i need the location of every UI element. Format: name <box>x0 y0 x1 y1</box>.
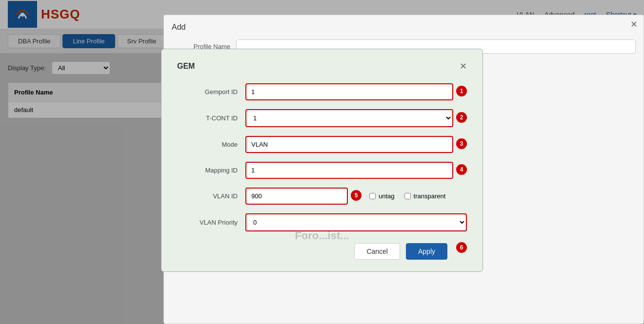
vlan-id-row: VLAN ID 5 untag transparent <box>177 188 467 205</box>
gem-footer: Cancel Apply 6 <box>177 243 467 260</box>
vlan-priority-label: VLAN Priority <box>177 219 245 226</box>
gem-dialog-title: GEM <box>177 62 195 71</box>
mode-row: Mode 3 <box>177 136 467 153</box>
tcont-id-row: T-CONT ID 1 2 <box>177 109 467 127</box>
step-5-badge: 5 <box>351 190 362 201</box>
gem-dialog-header: GEM ✕ <box>177 61 467 72</box>
step-2-badge: 2 <box>456 112 467 123</box>
untag-checkbox[interactable] <box>369 193 376 199</box>
mode-input[interactable] <box>245 136 453 153</box>
gem-dialog: GEM ✕ Gemport ID 1 T-CONT ID 1 2 Mode 3 … <box>161 49 483 272</box>
add-dialog-close-icon[interactable]: ✕ <box>630 19 638 30</box>
gemport-id-row: Gemport ID 1 <box>177 83 467 100</box>
transparent-label: transparent <box>414 192 446 200</box>
add-dialog-title: Add <box>172 23 636 32</box>
mapping-id-label: Mapping ID <box>177 167 245 174</box>
tcont-id-select[interactable]: 1 <box>245 109 453 127</box>
gemport-id-input[interactable] <box>245 83 453 100</box>
untag-label: untag <box>379 192 395 200</box>
transparent-checkbox-item: transparent <box>404 192 446 200</box>
step-4-badge: 4 <box>456 164 467 175</box>
cancel-button[interactable]: Cancel <box>354 243 400 260</box>
gemport-id-label: Gemport ID <box>177 88 245 95</box>
gem-dialog-close-button[interactable]: ✕ <box>460 61 467 72</box>
vlan-options: untag transparent <box>369 192 445 200</box>
step-1-badge: 1 <box>456 86 467 96</box>
step-6-badge: 6 <box>456 242 467 253</box>
vlan-id-input[interactable] <box>245 188 348 205</box>
mapping-id-row: Mapping ID 4 <box>177 162 467 179</box>
vlan-priority-row: VLAN Priority 0 <box>177 213 467 231</box>
tcont-id-label: T-CONT ID <box>177 114 245 122</box>
untag-checkbox-item: untag <box>369 192 395 200</box>
apply-button[interactable]: Apply <box>406 243 447 260</box>
vlan-priority-select[interactable]: 0 <box>245 213 467 231</box>
step-3-badge: 3 <box>456 138 467 149</box>
mapping-id-input[interactable] <box>245 162 453 179</box>
vlan-id-label: VLAN ID <box>177 192 245 200</box>
transparent-checkbox[interactable] <box>404 193 411 199</box>
mode-label: Mode <box>177 141 245 148</box>
